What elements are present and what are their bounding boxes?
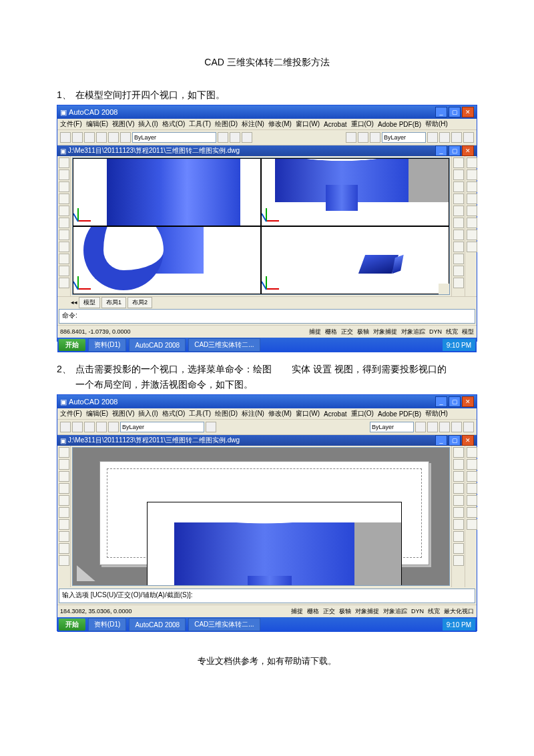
taskbar-item[interactable]: AutoCAD 2008	[129, 338, 186, 352]
status-toggle[interactable]: 正交	[323, 607, 335, 616]
draw-tool-icon[interactable]	[59, 278, 69, 288]
status-toggle[interactable]: 最大化视口	[444, 607, 474, 616]
draw-tool-icon[interactable]	[59, 519, 69, 530]
menu-item[interactable]: 标注(N)	[242, 119, 264, 129]
window-titlebar[interactable]: ▣ AutoCAD 2008 _ ▢ ✕	[57, 395, 477, 408]
tab-layout1[interactable]: 布局1	[101, 297, 126, 308]
draw-tool-icon[interactable]	[59, 495, 69, 506]
tool-icon[interactable]	[206, 422, 216, 432]
tool-icon[interactable]	[467, 519, 477, 530]
menu-item[interactable]: 帮助(H)	[425, 409, 448, 418]
viewport-bottom-right[interactable]	[261, 226, 449, 294]
draw-tool-icon[interactable]	[59, 447, 69, 458]
tab-layout2[interactable]: 布局2	[127, 297, 152, 308]
tool-icon[interactable]	[451, 422, 462, 432]
tool-icon[interactable]	[467, 230, 477, 240]
modify-tool-icon[interactable]	[453, 507, 464, 518]
tool-icon[interactable]	[218, 132, 228, 143]
modify-tool-icon[interactable]	[453, 555, 464, 566]
tool-icon[interactable]	[467, 218, 477, 228]
menu-item[interactable]: Adobe PDF(B)	[378, 410, 421, 418]
tool-icon[interactable]	[463, 422, 474, 432]
tool-icon[interactable]	[467, 206, 477, 216]
tab-model[interactable]: 模型	[79, 297, 100, 308]
taskbar-item[interactable]: CAD三维实体转二...	[188, 618, 260, 631]
tool-icon[interactable]	[72, 422, 83, 432]
modify-tool-icon[interactable]	[453, 543, 464, 554]
modify-tool-icon[interactable]	[453, 254, 464, 264]
status-toggle[interactable]: 对象捕捉	[373, 328, 397, 336]
menu-item[interactable]: Adobe PDF(B)	[378, 121, 421, 128]
menu-bar[interactable]: 文件(F) 编辑(E) 视图(V) 插入(I) 格式(O) 工具(T) 绘图(D…	[57, 119, 477, 130]
status-toggle[interactable]: 捕捉	[291, 607, 303, 616]
paper-space-canvas[interactable]	[72, 447, 450, 586]
tool-icon[interactable]	[230, 132, 240, 143]
status-toggle[interactable]: DYN	[411, 608, 424, 615]
tool-icon[interactable]	[84, 422, 95, 432]
menu-item[interactable]: Acrobat	[324, 410, 346, 418]
menu-item[interactable]: 文件(F)	[60, 119, 82, 129]
start-button[interactable]: 开始	[59, 619, 85, 631]
system-tray[interactable]: 9:10 PM	[443, 619, 475, 631]
tool-icon[interactable]	[467, 483, 477, 494]
modify-tool-icon[interactable]	[453, 495, 464, 506]
modify-tool-icon[interactable]	[453, 206, 464, 216]
viewport-top-right[interactable]	[261, 158, 449, 226]
taskbar-item[interactable]: AutoCAD 2008	[129, 618, 186, 631]
draw-tool-icon[interactable]	[59, 254, 69, 264]
viewport-bottom-left[interactable]	[73, 226, 261, 294]
doc-minimize-button[interactable]: _	[435, 435, 447, 446]
status-toggle[interactable]: 线宽	[446, 328, 458, 336]
modify-tool-icon[interactable]	[453, 194, 464, 204]
menu-item[interactable]: 修改(M)	[268, 119, 292, 129]
status-toggle[interactable]: 栅格	[325, 328, 337, 336]
menu-item[interactable]: 编辑(E)	[86, 119, 108, 129]
tool-icon[interactable]	[72, 132, 83, 143]
minimize-button[interactable]: _	[435, 107, 447, 117]
menu-item[interactable]: 窗口(W)	[296, 409, 320, 418]
modify-tool-icon[interactable]	[453, 266, 464, 276]
modify-tool-icon[interactable]	[453, 459, 464, 470]
menu-item[interactable]: 视图(V)	[112, 409, 134, 418]
menu-item[interactable]: 工具(T)	[189, 409, 211, 418]
layer-dropdown[interactable]: ByLayer	[132, 132, 216, 143]
status-toggle[interactable]: DYN	[429, 328, 442, 335]
menu-item[interactable]: 插入(I)	[138, 409, 158, 418]
status-toggle[interactable]: 极轴	[339, 607, 351, 616]
command-line[interactable]: 输入选项 [UCS(U)/正交(O)/辅助(A)/截面(S)]:	[59, 589, 475, 603]
tool-icon[interactable]	[427, 132, 438, 143]
modify-tool-icon[interactable]	[453, 230, 464, 240]
modify-tool-icon[interactable]	[453, 471, 464, 482]
menu-item[interactable]: Acrobat	[324, 121, 346, 128]
tool-icon[interactable]	[439, 422, 450, 432]
draw-tool-icon[interactable]	[59, 531, 69, 542]
modify-tool-icon[interactable]	[453, 181, 464, 192]
taskbar-item[interactable]: CAD三维实体转二...	[188, 338, 260, 352]
tool-icon[interactable]	[120, 132, 131, 143]
tool-icon[interactable]	[439, 132, 450, 143]
draw-tool-icon[interactable]	[59, 169, 69, 180]
tool-icon[interactable]	[467, 157, 477, 168]
tool-icon[interactable]	[467, 447, 477, 458]
modify-tool-icon[interactable]	[453, 483, 464, 494]
tool-icon[interactable]	[451, 132, 462, 143]
document-titlebar[interactable]: ▣ J:\Me311目\20111123\算程2011\三维图转二维图实例.dw…	[57, 435, 477, 446]
minimize-button[interactable]: _	[435, 396, 447, 407]
menu-bar[interactable]: 文件(F) 编辑(E) 视图(V) 插入(I) 格式(O) 工具(T) 绘图(D…	[57, 408, 477, 420]
status-toggle[interactable]: 极轴	[357, 328, 369, 336]
menu-item[interactable]: 绘图(D)	[215, 409, 238, 418]
menu-item[interactable]: 编辑(E)	[86, 409, 108, 418]
taskbar-item[interactable]: 资料(D1)	[88, 338, 126, 352]
draw-tool-icon[interactable]	[59, 206, 69, 216]
status-toggle[interactable]: 对象追踪	[383, 607, 407, 616]
window-titlebar[interactable]: ▣ AutoCAD 2008 _ ▢ ✕	[57, 105, 477, 119]
layout-viewport[interactable]	[147, 502, 402, 586]
tool-icon[interactable]	[108, 422, 119, 432]
status-toggle[interactable]: 线宽	[428, 607, 440, 616]
tool-icon[interactable]	[463, 132, 474, 143]
draw-tool-icon[interactable]	[59, 230, 69, 240]
draw-tool-icon[interactable]	[59, 507, 69, 518]
tool-icon[interactable]	[96, 422, 107, 432]
start-button[interactable]: 开始	[59, 339, 85, 351]
draw-tool-icon[interactable]	[59, 471, 69, 482]
